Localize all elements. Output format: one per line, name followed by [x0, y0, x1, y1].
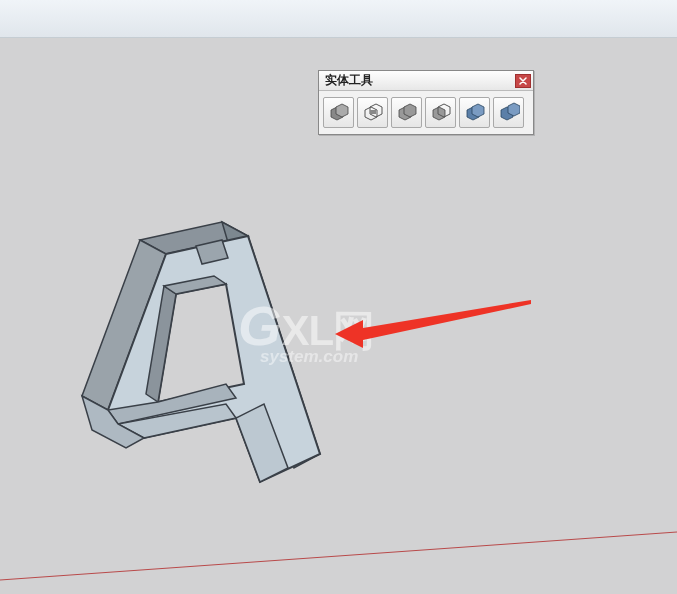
tool-trim[interactable]	[459, 97, 490, 128]
svg-marker-6	[164, 276, 226, 294]
svg-marker-0	[140, 222, 248, 254]
svg-marker-28	[508, 103, 520, 116]
svg-marker-3	[108, 236, 320, 482]
viewport-3d[interactable]: GXL网 system.com 实体工具	[0, 38, 677, 594]
subtract-icon	[430, 102, 452, 124]
ground-axis-line	[0, 474, 677, 594]
tool-intersect[interactable]	[357, 97, 388, 128]
svg-marker-10	[82, 396, 144, 448]
svg-marker-4	[158, 284, 244, 402]
svg-marker-13	[196, 240, 228, 264]
svg-marker-11	[236, 404, 288, 482]
svg-line-15	[0, 532, 677, 580]
application-title-bar	[0, 0, 677, 38]
watermark-overlay: GXL网 system.com	[238, 298, 374, 365]
toolbar-header[interactable]: 实体工具	[319, 71, 533, 91]
svg-marker-17	[336, 104, 348, 117]
watermark-suffix: XL网	[282, 310, 375, 352]
model-object	[68, 186, 368, 526]
watermark-prefix: G	[238, 298, 282, 354]
close-icon	[519, 77, 527, 85]
trim-icon	[464, 102, 486, 124]
toolbar-body	[319, 91, 533, 134]
svg-marker-2	[82, 240, 166, 410]
svg-marker-23	[433, 107, 445, 120]
tool-split[interactable]	[493, 97, 524, 128]
tool-outer-shell[interactable]	[323, 97, 354, 128]
toolbar-title: 实体工具	[325, 72, 373, 89]
split-icon	[498, 102, 520, 124]
svg-marker-14	[335, 300, 531, 348]
intersect-icon	[362, 102, 384, 124]
close-button[interactable]	[515, 74, 531, 88]
svg-marker-22	[404, 104, 416, 117]
solid-tools-toolbar: 实体工具	[318, 70, 534, 135]
tool-subtract[interactable]	[425, 97, 456, 128]
svg-marker-1	[222, 222, 320, 468]
union-icon	[396, 102, 418, 124]
watermark-sub: system.com	[260, 348, 374, 365]
tool-union[interactable]	[391, 97, 422, 128]
svg-marker-26	[472, 104, 484, 117]
svg-marker-5	[146, 286, 176, 402]
svg-marker-7	[108, 384, 236, 424]
svg-marker-20	[370, 110, 376, 114]
annotation-arrow	[335, 292, 535, 352]
outer-shell-icon	[328, 102, 350, 124]
svg-marker-9	[118, 404, 236, 438]
